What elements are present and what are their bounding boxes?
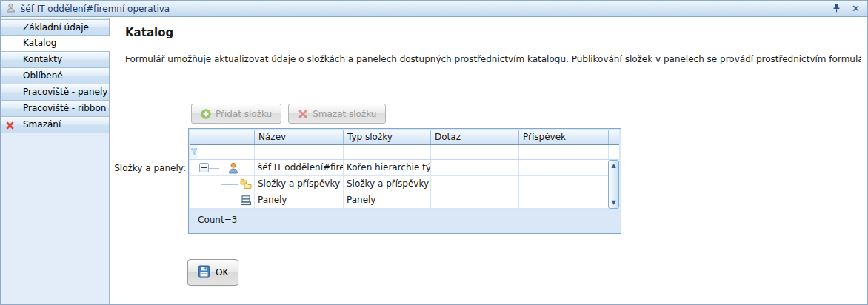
grid-row-slozky-a-prispevky[interactable]: Složky a příspěvky Složky a příspěvky xyxy=(190,176,619,192)
row-indicator-cell xyxy=(190,160,198,175)
save-icon xyxy=(198,265,210,280)
sidebar: Základní údaje Katalog Kontakty Oblíbené… xyxy=(1,18,110,304)
tree-cell xyxy=(198,176,254,192)
delete-folder-label: Smazat složku xyxy=(313,109,376,119)
filter-cell-scroll-pad xyxy=(608,145,619,159)
grid-toolbar: Přidat složku Smazat složku xyxy=(191,104,386,124)
sidebar-item-label: Pracoviště - panely xyxy=(23,87,107,97)
pin-icon[interactable] xyxy=(832,4,841,14)
grid-header: Název Typ složky Dotaz Příspěvek xyxy=(190,130,619,145)
ok-label: OK xyxy=(216,267,228,278)
filter-cell-typ-slozky[interactable] xyxy=(343,145,430,159)
filter-cell-dotaz[interactable] xyxy=(430,145,518,159)
sidebar-item-label: Oblíbené xyxy=(23,70,63,81)
form-window: šéf IT oddělení#firemní operativa ✕ Zákl… xyxy=(0,0,868,305)
sidebar-item-pracoviste-panely[interactable]: Pracoviště - panely xyxy=(1,84,109,101)
folders-icon xyxy=(240,178,252,192)
cell-dotaz xyxy=(430,192,518,208)
header-cell-prispevek[interactable]: Příspěvek xyxy=(518,130,608,144)
tree-cell xyxy=(198,192,254,208)
close-icon[interactable]: ✕ xyxy=(852,4,860,13)
delete-icon xyxy=(5,120,15,135)
filter-icon-cell[interactable] xyxy=(190,145,198,159)
filter-cell-prispevek[interactable] xyxy=(518,145,608,159)
header-cell-scroll-pad xyxy=(608,130,619,144)
vertical-scrollbar[interactable]: ▲ ▼ xyxy=(608,160,619,209)
cell-nazev: šéf IT oddělení#firemní operativa xyxy=(254,160,343,175)
grid-filter-row xyxy=(190,145,619,160)
add-folder-button[interactable]: Přidat složku xyxy=(191,104,281,124)
sidebar-nav: Základní údaje Katalog Kontakty Oblíbené… xyxy=(1,19,109,133)
sidebar-item-label: Kontakty xyxy=(23,54,62,64)
cell-typ: Kořen hierarchie týmu xyxy=(343,160,430,175)
header-cell-indicator xyxy=(190,130,198,144)
cell-prispevek xyxy=(518,176,608,192)
sidebar-item-pracoviste-ribbon[interactable]: Pracoviště - ribbon xyxy=(1,101,109,117)
filter-cell-nazev[interactable] xyxy=(254,145,343,159)
header-cell-dotaz[interactable]: Dotaz xyxy=(430,130,518,144)
row-indicator-cell xyxy=(190,176,198,192)
cell-typ: Složky a příspěvky xyxy=(343,176,430,192)
cell-typ: Panely xyxy=(343,192,430,208)
add-folder-label: Přidat složku xyxy=(216,109,272,119)
header-cell-tree xyxy=(198,130,254,144)
add-icon xyxy=(201,109,211,119)
grid-count: Count=3 xyxy=(198,215,237,225)
cell-dotaz xyxy=(430,160,518,175)
ok-button[interactable]: OK xyxy=(187,259,238,286)
scroll-up-icon[interactable]: ▲ xyxy=(609,161,618,171)
collapse-button[interactable] xyxy=(199,163,209,172)
scroll-down-icon[interactable]: ▼ xyxy=(609,198,618,208)
cell-nazev: Složky a příspěvky xyxy=(254,176,343,192)
header-cell-nazev[interactable]: Název xyxy=(254,130,343,144)
sidebar-item-zakladni-udaje[interactable]: Základní údaje xyxy=(1,19,109,36)
sidebar-item-katalog[interactable]: Katalog xyxy=(1,36,110,52)
window-title: šéf IT oddělení#firemní operativa xyxy=(21,4,170,14)
sidebar-item-label: Pracoviště - ribbon xyxy=(23,103,106,113)
sidebar-item-smazani[interactable]: Smazání xyxy=(1,117,109,133)
user-icon xyxy=(6,3,16,15)
cell-nazev: Panely xyxy=(254,192,343,208)
grid-row-root[interactable]: šéf IT oddělení#firemní operativa Kořen … xyxy=(190,160,619,176)
header-cell-typ-slozky[interactable]: Typ složky xyxy=(343,130,430,144)
filter-cell[interactable] xyxy=(198,145,254,159)
grid-row-panely[interactable]: Panely Panely xyxy=(190,192,619,209)
filter-icon xyxy=(190,147,198,158)
sidebar-item-label: Základní údaje xyxy=(23,22,89,33)
grid-footer: Count=3 xyxy=(190,209,619,232)
sidebar-item-label: Katalog xyxy=(23,38,56,48)
grid-field-label: Složky a panely: xyxy=(112,163,186,173)
delete-icon xyxy=(298,109,308,119)
tree-cell xyxy=(198,160,254,175)
page-description: Formulář umožňuje aktualizovat údaje o s… xyxy=(125,54,861,64)
main-content: Katalog Formulář umožňuje aktualizovat ú… xyxy=(110,18,867,304)
titlebar: šéf IT oddělení#firemní operativa ✕ xyxy=(1,1,867,17)
row-indicator-cell xyxy=(190,192,198,208)
team-root-icon xyxy=(227,162,239,175)
sidebar-item-oblibene[interactable]: Oblíbené xyxy=(1,68,109,84)
page-title: Katalog xyxy=(125,26,173,39)
grid-body: šéf IT oddělení#firemní operativa Kořen … xyxy=(190,160,619,209)
cell-prispevek xyxy=(518,160,608,175)
cell-dotaz xyxy=(430,176,518,192)
folders-grid: Název Typ složky Dotaz Příspěvek xyxy=(188,128,621,234)
sidebar-item-kontakty[interactable]: Kontakty xyxy=(1,52,109,68)
sidebar-item-label: Smazání xyxy=(23,119,61,130)
delete-folder-button[interactable]: Smazat složku xyxy=(288,104,386,124)
cell-prispevek xyxy=(518,192,608,208)
panels-icon xyxy=(240,195,252,208)
